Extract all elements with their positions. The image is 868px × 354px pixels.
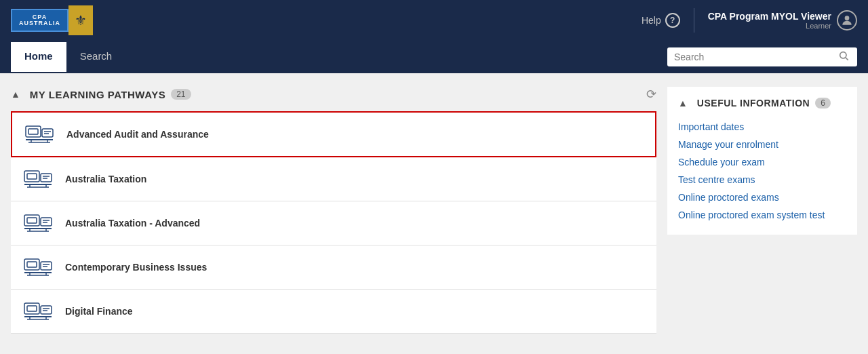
pathway-name-3: Contemporary Business Issues	[65, 262, 207, 273]
user-info: CPA Program MYOL Viewer Learner	[708, 11, 831, 30]
user-role: Learner	[708, 22, 831, 30]
australia-text: AUSTRALIA	[19, 20, 60, 26]
cpa-logo: CPA AUSTRALIA	[11, 9, 68, 32]
svg-rect-41	[41, 306, 52, 314]
learning-pathways-count: 21	[171, 89, 191, 100]
pathway-item[interactable]: Australia Taxation	[11, 157, 656, 201]
pathway-item[interactable]: Digital Finance	[11, 290, 656, 334]
svg-rect-13	[27, 174, 37, 179]
svg-rect-5	[42, 129, 53, 137]
useful-info-count: 6	[815, 98, 831, 109]
nav-tabs: Home Search	[11, 42, 125, 72]
left-panel: ▲ MY LEARNING PATHWAYS 21 ⟳ A	[11, 87, 656, 345]
search-input[interactable]	[674, 52, 837, 62]
pathway-item[interactable]: Australia Taxation - Advanced	[11, 201, 656, 245]
pathway-name-4: Digital Finance	[65, 306, 133, 317]
emblem-logo: ⚜	[68, 5, 93, 35]
svg-rect-14	[41, 174, 52, 182]
svg-point-1	[840, 52, 846, 58]
svg-rect-23	[41, 218, 52, 226]
user-section: CPA Program MYOL Viewer Learner	[708, 10, 857, 31]
useful-info-title: USEFUL INFORMATION	[697, 98, 810, 109]
help-section: Help ?	[642, 13, 680, 28]
tab-search[interactable]: Search	[66, 42, 126, 72]
svg-point-0	[845, 16, 850, 20]
pathway-icon-1	[22, 167, 54, 191]
collapse-toggle[interactable]: ▲	[11, 89, 20, 100]
link-schedule-exam[interactable]: Schedule your exam	[678, 153, 846, 171]
pathway-item[interactable]: Contemporary Business Issues	[11, 245, 656, 290]
learning-pathways-title: MY LEARNING PATHWAYS	[30, 89, 165, 100]
search-button[interactable]	[837, 50, 850, 64]
pathway-name-2: Australia Taxation - Advanced	[65, 218, 200, 229]
learning-pathways-header: ▲ MY LEARNING PATHWAYS 21 ⟳	[11, 87, 656, 102]
useful-info-header: ▲ USEFUL INFORMATION 6	[678, 98, 846, 109]
useful-info-toggle[interactable]: ▲	[678, 98, 688, 109]
svg-rect-22	[27, 218, 37, 223]
tab-home[interactable]: Home	[11, 42, 66, 72]
divider	[694, 8, 694, 33]
link-online-proctored-test[interactable]: Online proctored exam system test	[678, 206, 846, 224]
pathway-icon-2	[22, 211, 54, 235]
logo: CPA AUSTRALIA ⚜	[11, 5, 93, 35]
svg-rect-31	[27, 262, 37, 267]
user-avatar[interactable]	[837, 10, 857, 31]
link-manage-enrolment[interactable]: Manage your enrolment	[678, 136, 846, 153]
top-navigation: CPA AUSTRALIA ⚜ Help ? CPA Program MYOL …	[0, 0, 868, 41]
logo-area: CPA AUSTRALIA ⚜	[11, 5, 93, 35]
pathway-name-1: Australia Taxation	[65, 174, 146, 184]
svg-rect-32	[41, 262, 52, 270]
user-name: CPA Program MYOL Viewer	[708, 11, 831, 22]
pathway-item[interactable]: Advanced Audit and Assurance	[11, 111, 656, 157]
secondary-navigation: Home Search	[0, 41, 868, 73]
pathway-icon-4	[22, 299, 54, 323]
pathway-icon-3	[22, 255, 54, 279]
refresh-icon[interactable]: ⟳	[646, 87, 656, 102]
help-label: Help	[642, 15, 661, 26]
useful-info-panel: ▲ USEFUL INFORMATION 6 Important dates M…	[667, 87, 857, 235]
help-icon[interactable]: ?	[665, 13, 680, 28]
svg-rect-40	[27, 306, 37, 311]
link-important-dates[interactable]: Important dates	[678, 118, 846, 136]
svg-line-2	[846, 58, 848, 60]
top-nav-right: Help ? CPA Program MYOL Viewer Learner	[642, 8, 857, 33]
pathway-name-0: Advanced Audit and Assurance	[66, 129, 209, 140]
link-online-proctored[interactable]: Online proctored exams	[678, 189, 846, 206]
main-content: ▲ MY LEARNING PATHWAYS 21 ⟳ A	[0, 73, 868, 354]
pathway-icon-0	[23, 122, 56, 146]
search-box	[667, 47, 857, 66]
right-panel: ▲ USEFUL INFORMATION 6 Important dates M…	[667, 87, 857, 345]
link-test-centre[interactable]: Test centre exams	[678, 171, 846, 189]
svg-rect-4	[28, 129, 38, 134]
